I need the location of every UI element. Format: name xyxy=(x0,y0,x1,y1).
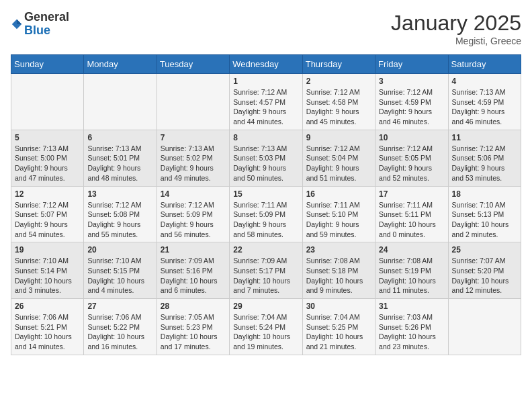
header-cell-friday: Friday xyxy=(375,55,448,74)
day-cell: 29Sunrise: 7:04 AM Sunset: 5:24 PM Dayli… xyxy=(230,299,302,355)
location: Megisti, Greece xyxy=(391,36,521,46)
day-cell: 8Sunrise: 7:13 AM Sunset: 5:03 PM Daylig… xyxy=(230,130,302,186)
day-number: 31 xyxy=(379,302,444,311)
calendar-table: SundayMondayTuesdayWednesdayThursdayFrid… xyxy=(11,54,521,355)
day-info: Sunrise: 7:12 AM Sunset: 5:04 PM Dayligh… xyxy=(306,144,371,183)
day-info: Sunrise: 7:13 AM Sunset: 5:00 PM Dayligh… xyxy=(15,144,80,183)
day-cell: 28Sunrise: 7:05 AM Sunset: 5:23 PM Dayli… xyxy=(157,299,229,355)
day-cell: 4Sunrise: 7:13 AM Sunset: 4:59 PM Daylig… xyxy=(448,74,521,130)
day-number: 14 xyxy=(161,189,226,199)
day-number: 26 xyxy=(15,302,80,311)
page-header: General Blue January 2025 Megisti, Greec… xyxy=(11,11,521,46)
day-info: Sunrise: 7:11 AM Sunset: 5:11 PM Dayligh… xyxy=(379,200,444,240)
day-info: Sunrise: 7:03 AM Sunset: 5:26 PM Dayligh… xyxy=(379,312,444,352)
day-number: 18 xyxy=(452,189,517,199)
day-info: Sunrise: 7:12 AM Sunset: 5:07 PM Dayligh… xyxy=(15,200,80,240)
day-info: Sunrise: 7:07 AM Sunset: 5:20 PM Dayligh… xyxy=(452,256,517,295)
header-cell-monday: Monday xyxy=(84,55,157,74)
day-number: 9 xyxy=(306,133,371,142)
day-number: 19 xyxy=(15,245,80,255)
day-info: Sunrise: 7:12 AM Sunset: 5:08 PM Dayligh… xyxy=(87,200,152,240)
day-cell: 21Sunrise: 7:09 AM Sunset: 5:16 PM Dayli… xyxy=(157,242,229,299)
day-info: Sunrise: 7:13 AM Sunset: 4:59 PM Dayligh… xyxy=(452,87,517,127)
day-number: 17 xyxy=(379,189,444,199)
day-info: Sunrise: 7:10 AM Sunset: 5:13 PM Dayligh… xyxy=(452,200,517,240)
day-number: 20 xyxy=(87,245,152,255)
day-info: Sunrise: 7:08 AM Sunset: 5:18 PM Dayligh… xyxy=(306,256,371,295)
day-info: Sunrise: 7:12 AM Sunset: 5:09 PM Dayligh… xyxy=(161,200,226,240)
day-info: Sunrise: 7:13 AM Sunset: 5:01 PM Dayligh… xyxy=(87,144,152,183)
day-number: 4 xyxy=(452,77,517,86)
header-row: SundayMondayTuesdayWednesdayThursdayFrid… xyxy=(11,55,521,74)
day-cell: 2Sunrise: 7:12 AM Sunset: 4:58 PM Daylig… xyxy=(302,74,375,130)
day-cell: 15Sunrise: 7:11 AM Sunset: 5:09 PM Dayli… xyxy=(230,186,302,242)
day-info: Sunrise: 7:10 AM Sunset: 5:15 PM Dayligh… xyxy=(87,256,152,295)
day-number: 24 xyxy=(379,245,444,255)
day-cell: 3Sunrise: 7:12 AM Sunset: 4:59 PM Daylig… xyxy=(375,74,448,130)
day-info: Sunrise: 7:06 AM Sunset: 5:22 PM Dayligh… xyxy=(87,312,152,352)
day-number: 2 xyxy=(306,77,371,86)
day-number: 29 xyxy=(233,302,298,311)
day-info: Sunrise: 7:12 AM Sunset: 4:59 PM Dayligh… xyxy=(379,87,444,127)
day-info: Sunrise: 7:04 AM Sunset: 5:25 PM Dayligh… xyxy=(306,312,371,352)
day-cell: 25Sunrise: 7:07 AM Sunset: 5:20 PM Dayli… xyxy=(448,242,521,299)
week-row-5: 26Sunrise: 7:06 AM Sunset: 5:21 PM Dayli… xyxy=(11,299,521,355)
header-cell-tuesday: Tuesday xyxy=(157,55,229,74)
header-cell-thursday: Thursday xyxy=(302,55,375,74)
week-row-3: 12Sunrise: 7:12 AM Sunset: 5:07 PM Dayli… xyxy=(11,186,521,242)
week-row-2: 5Sunrise: 7:13 AM Sunset: 5:00 PM Daylig… xyxy=(11,130,521,186)
day-cell: 16Sunrise: 7:11 AM Sunset: 5:10 PM Dayli… xyxy=(302,186,375,242)
day-cell: 31Sunrise: 7:03 AM Sunset: 5:26 PM Dayli… xyxy=(375,299,448,355)
day-info: Sunrise: 7:13 AM Sunset: 5:03 PM Dayligh… xyxy=(233,144,298,183)
calendar-body: 1Sunrise: 7:12 AM Sunset: 4:57 PM Daylig… xyxy=(11,74,521,355)
header-cell-saturday: Saturday xyxy=(448,55,521,74)
header-cell-sunday: Sunday xyxy=(11,55,84,74)
day-info: Sunrise: 7:12 AM Sunset: 4:57 PM Dayligh… xyxy=(233,87,298,127)
day-info: Sunrise: 7:10 AM Sunset: 5:14 PM Dayligh… xyxy=(15,256,80,295)
day-cell: 9Sunrise: 7:12 AM Sunset: 5:04 PM Daylig… xyxy=(302,130,375,186)
day-cell: 24Sunrise: 7:08 AM Sunset: 5:19 PM Dayli… xyxy=(375,242,448,299)
header-cell-wednesday: Wednesday xyxy=(230,55,302,74)
day-cell: 14Sunrise: 7:12 AM Sunset: 5:09 PM Dayli… xyxy=(157,186,229,242)
day-number: 16 xyxy=(306,189,371,199)
day-number: 6 xyxy=(87,133,152,142)
day-cell: 11Sunrise: 7:12 AM Sunset: 5:06 PM Dayli… xyxy=(448,130,521,186)
day-number: 13 xyxy=(87,189,152,199)
day-info: Sunrise: 7:05 AM Sunset: 5:23 PM Dayligh… xyxy=(161,312,226,352)
day-cell xyxy=(448,299,521,355)
day-cell: 7Sunrise: 7:13 AM Sunset: 5:02 PM Daylig… xyxy=(157,130,229,186)
day-cell: 12Sunrise: 7:12 AM Sunset: 5:07 PM Dayli… xyxy=(11,186,84,242)
day-cell: 1Sunrise: 7:12 AM Sunset: 4:57 PM Daylig… xyxy=(230,74,302,130)
week-row-1: 1Sunrise: 7:12 AM Sunset: 4:57 PM Daylig… xyxy=(11,74,521,130)
day-number: 8 xyxy=(233,133,298,142)
day-number: 10 xyxy=(379,133,444,142)
day-cell: 23Sunrise: 7:08 AM Sunset: 5:18 PM Dayli… xyxy=(302,242,375,299)
day-number: 27 xyxy=(87,302,152,311)
day-number: 5 xyxy=(15,133,80,142)
day-cell: 26Sunrise: 7:06 AM Sunset: 5:21 PM Dayli… xyxy=(11,299,84,355)
day-info: Sunrise: 7:12 AM Sunset: 5:05 PM Dayligh… xyxy=(379,144,444,183)
day-number: 23 xyxy=(306,245,371,255)
day-number: 11 xyxy=(452,133,517,142)
day-cell: 13Sunrise: 7:12 AM Sunset: 5:08 PM Dayli… xyxy=(84,186,157,242)
logo-general: General xyxy=(24,10,69,24)
logo[interactable]: General Blue xyxy=(11,11,69,38)
day-cell: 27Sunrise: 7:06 AM Sunset: 5:22 PM Dayli… xyxy=(84,299,157,355)
day-cell: 20Sunrise: 7:10 AM Sunset: 5:15 PM Dayli… xyxy=(84,242,157,299)
day-info: Sunrise: 7:04 AM Sunset: 5:24 PM Dayligh… xyxy=(233,312,298,352)
day-number: 22 xyxy=(233,245,298,255)
title-block: January 2025 Megisti, Greece xyxy=(391,11,521,46)
day-number: 15 xyxy=(233,189,298,199)
day-info: Sunrise: 7:11 AM Sunset: 5:09 PM Dayligh… xyxy=(233,200,298,240)
day-cell: 22Sunrise: 7:09 AM Sunset: 5:17 PM Dayli… xyxy=(230,242,302,299)
month-title: January 2025 xyxy=(391,11,521,36)
day-cell: 17Sunrise: 7:11 AM Sunset: 5:11 PM Dayli… xyxy=(375,186,448,242)
day-number: 7 xyxy=(161,133,226,142)
day-number: 30 xyxy=(306,302,371,311)
day-info: Sunrise: 7:12 AM Sunset: 4:58 PM Dayligh… xyxy=(306,87,371,127)
day-cell: 10Sunrise: 7:12 AM Sunset: 5:05 PM Dayli… xyxy=(375,130,448,186)
day-number: 12 xyxy=(15,189,80,199)
day-cell: 5Sunrise: 7:13 AM Sunset: 5:00 PM Daylig… xyxy=(11,130,84,186)
logo-text: General Blue xyxy=(24,11,69,38)
logo-blue: Blue xyxy=(24,24,50,37)
